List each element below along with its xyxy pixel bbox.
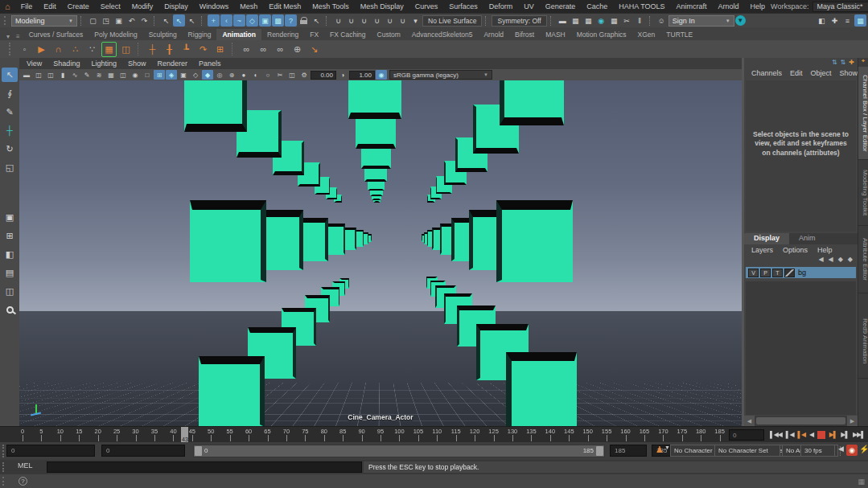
layout-two-pane-stacked[interactable]: ▤ [2,265,18,280]
scroll-right-icon[interactable]: ▶ [847,416,858,426]
help-icon[interactable]: ? [19,477,27,486]
home-icon[interactable]: ⌂ [5,2,10,11]
character-set-dropdown[interactable]: No Character Set [714,445,780,457]
step-forward-frame-button[interactable]: ▶▌ [840,429,849,441]
le-move-up-icon[interactable]: ◀ [829,256,833,266]
shelf-constraint-icon[interactable]: ⊕ [290,42,305,57]
vp-textured-icon[interactable]: ◎ [214,70,225,80]
no-live-surface-field[interactable]: No Live Surface [422,15,482,27]
vp-safe-title-icon[interactable]: ▣ [178,70,189,80]
shelf-tab-fx-caching[interactable]: FX Caching [324,29,371,40]
menu-select[interactable]: Select [95,2,126,10]
range-slider-track[interactable]: 0 185 [193,445,605,457]
fps-dropdown[interactable]: 30 fps [800,445,835,457]
help-line-grip[interactable] [2,477,6,486]
menu-mesh[interactable]: Mesh [234,2,263,10]
side-tab-red9-animation[interactable]: Red9 Animation [858,305,868,379]
construction-icon[interactable]: ∪ [371,14,383,27]
menu-file[interactable]: File [15,2,39,10]
file-open-icon[interactable]: ◳ [100,14,112,27]
viewport-menu-renderer[interactable]: Renderer [151,59,193,68]
layer-color-swatch[interactable] [784,269,795,277]
menu-edit-mesh[interactable]: Edit Mesh [263,2,306,10]
viewport-menu-lighting[interactable]: Lighting [85,59,122,68]
shelf-tab-curves-surfaces[interactable]: Curves / Surfaces [23,29,89,40]
side-tab-attribute-editor[interactable]: Attribute Editor [858,226,868,293]
animcraft-badge-icon[interactable]: ◉ [846,445,858,456]
menu-modify[interactable]: Modify [126,2,159,10]
render-settings-icon[interactable]: ▦ [608,14,620,27]
cb-speed-icon[interactable]: ⇅ [832,59,837,67]
vp-shadows-icon[interactable]: ● [238,70,249,80]
set-key-chevron-icon[interactable]: ▼ [664,445,670,450]
cut-icon[interactable]: ✂ [621,14,633,27]
cb-pin-icon[interactable]: ✚ [849,59,854,67]
snap-curve-icon[interactable]: ‹ [220,14,232,27]
command-line-grip[interactable] [2,462,6,473]
vp-film-gate-icon[interactable]: ◫ [117,70,129,80]
vp-gate-mask-icon[interactable]: □ [142,70,153,80]
scale-tool[interactable]: ◱ [2,160,18,174]
rings-icon[interactable]: ∪ [384,14,396,27]
viewport-menu-show[interactable]: Show [122,59,152,68]
lock-selection-icon[interactable] [300,17,307,24]
menu-mesh-display[interactable]: Mesh Display [355,2,409,10]
go-to-end-button[interactable]: ▶▶▌ [852,429,866,441]
select-component-icon[interactable]: ↖ [186,14,198,27]
set-key-character-icon[interactable]: ♟ [656,445,664,455]
shelf-tab-animation[interactable]: Animation [216,29,261,40]
side-strip-pin-icon[interactable]: ✦ [861,58,866,67]
step-back-frame-button[interactable]: ▌◀ [785,429,795,441]
vp-colorspace-icon[interactable]: ◉ [376,70,387,80]
mel-input[interactable] [47,461,362,473]
shelf-tab-arnold[interactable]: Arnold [478,29,509,40]
mel-label[interactable]: MEL [18,461,33,470]
vp-bookmark-icon[interactable]: ▮ [57,70,68,80]
modeling-toolkit-toggle-icon[interactable]: ◧ [816,14,828,27]
layer-toggle-t[interactable]: T [772,269,783,277]
pause-icon[interactable]: ‖ [634,14,646,27]
symmetry-field[interactable]: Symmetry: Off [492,15,546,27]
menu-deform[interactable]: Deform [483,2,519,10]
vp-gamma-icon[interactable]: ◑ [337,70,348,80]
shelf-aim-icon[interactable]: ↘ [306,42,322,57]
exposure-field[interactable]: 0.00 [311,71,336,80]
le-empty-layer-icon[interactable]: ◆ [838,256,843,266]
snap-grid-icon[interactable]: + [208,14,220,27]
resize-grip-icon[interactable]: ▦ [858,478,865,486]
viewport-menu-panels[interactable]: Panels [193,59,227,68]
menu-surfaces[interactable]: Surfaces [443,2,483,10]
menu-display[interactable]: Display [158,2,194,10]
vp-grid-icon[interactable]: ▦ [105,70,117,80]
vp-lights-icon[interactable]: ⊕ [226,70,237,80]
undo-icon[interactable]: ↶ [125,14,138,27]
vp-image-plane-icon[interactable]: ∿ [69,70,80,80]
rings2-icon[interactable]: ∪ [397,14,409,27]
layer-toggle-p[interactable]: P [760,269,771,277]
vp-isolate-icon[interactable]: ✂ [274,70,286,80]
side-tab-modeling-toolkit[interactable]: Modeling Toolkit [858,160,868,226]
ipr-render-icon[interactable]: ▦ [582,14,594,27]
shelf-menu-icon[interactable]: ▾ [3,33,13,40]
layer-editor-menu-options[interactable]: Options [779,246,812,254]
vp-select-camera-icon[interactable]: ▬ [21,70,32,80]
layer-editor-menu-layers[interactable]: Layers [747,246,777,254]
select-hierarchy-icon[interactable]: ↖ [160,14,172,27]
layout-four-pane[interactable]: ⊞ [2,228,18,243]
vp-camera-attrs-icon[interactable]: ◫ [45,70,56,80]
vp-motion-blur-icon[interactable]: ○ [262,70,274,80]
shelf-tab-rendering[interactable]: Rendering [261,29,304,40]
range-end-handle[interactable] [596,446,603,456]
snap-projected-icon[interactable]: ◇ [246,14,258,27]
le-layer-from-selected-icon[interactable]: ◆ [848,256,853,266]
current-frame-field[interactable]: 0 [729,429,764,441]
shelf-tab-xgen[interactable]: XGen [632,29,661,40]
animcraft-fox-icon[interactable]: ▼ [735,15,746,26]
layer-editor-tab-display[interactable]: Display [744,233,789,244]
vp-safe-action-icon[interactable]: ◈ [166,70,177,80]
vp-exposure-icon[interactable]: ⚙ [298,70,310,80]
channel-box-menu-object[interactable]: Object [808,69,834,77]
play-backwards-button[interactable]: ◀ [808,429,814,441]
shelf-options-icon[interactable]: ≡ [13,33,23,40]
scroll-left-icon[interactable]: ◀ [744,416,755,426]
